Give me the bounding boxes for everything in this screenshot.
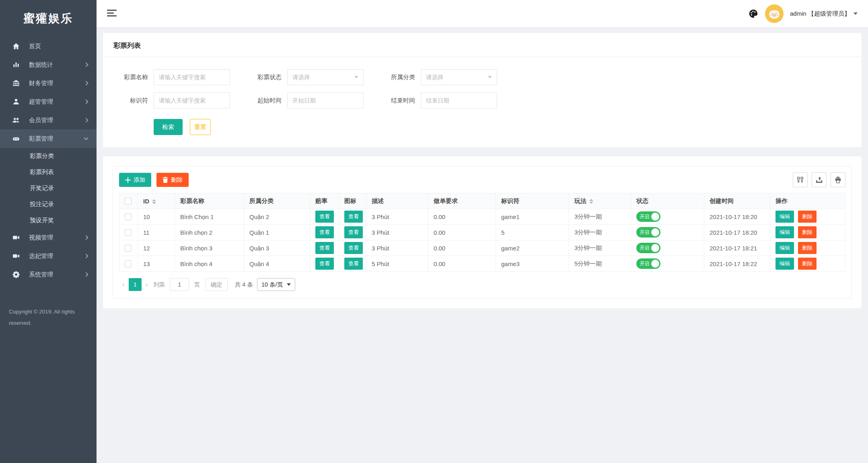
header-label: 做单要求 <box>434 197 458 204</box>
topbar-right: admin 【超级管理员】 <box>748 4 858 23</box>
header-cell-玩法[interactable]: 玩法 <box>569 193 631 209</box>
status-toggle[interactable]: 开启 <box>636 258 660 269</box>
sidebar-item-home[interactable]: 首页 <box>0 37 97 55</box>
status-toggle[interactable]: 开启 <box>636 243 660 253</box>
sidebar-subitem-lottery-category[interactable]: 彩票分类 <box>0 148 97 164</box>
sidebar-subitem-lottery-list[interactable]: 彩票列表 <box>0 164 97 180</box>
sidebar-item-concubine[interactable]: 选妃管理 <box>0 247 97 265</box>
row-play: 3分钟一期 <box>574 244 602 251</box>
current-page-button[interactable]: 1 <box>129 278 142 291</box>
row-id: 10 <box>143 213 150 220</box>
row-name: Bình chọn 3 <box>180 245 212 252</box>
sidebar-item-admins[interactable]: 超管管理 <box>0 92 97 111</box>
sidebar-item-system[interactable]: 系统管理 <box>0 265 97 284</box>
start-date-input[interactable] <box>287 92 364 109</box>
view-odds-button[interactable]: 查看 <box>315 211 334 223</box>
export-icon[interactable] <box>812 172 827 187</box>
id-cell: 13 <box>138 256 175 272</box>
video-icon <box>11 233 21 242</box>
row-created-time: 2021-10-17 18:20 <box>710 213 757 220</box>
form-buttons: 检索 重置 <box>113 119 851 135</box>
edit-button[interactable]: 编辑 <box>775 226 794 238</box>
per-page-select[interactable]: 10 条/页 <box>257 278 295 291</box>
add-button[interactable]: 添加 <box>119 173 151 187</box>
view-icon-button[interactable]: 查看 <box>344 211 363 223</box>
identifier-label: 标识符 <box>113 97 148 104</box>
row-name: Bình Chọn 1 <box>180 213 214 220</box>
row-delete-button[interactable]: 删除 <box>798 226 817 238</box>
row-delete-button[interactable]: 删除 <box>798 258 817 270</box>
header-checkbox-cell[interactable] <box>119 193 138 209</box>
confirm-page-button[interactable]: 确定 <box>206 278 228 291</box>
view-icon-button[interactable]: 查看 <box>344 242 363 254</box>
search-button[interactable]: 检索 <box>154 119 183 135</box>
search-form: 彩票名称 彩票状态 请选择 所属分类 请选择 <box>103 57 862 147</box>
gamepad-icon <box>11 134 21 143</box>
sidebar-subitem-preset-draw[interactable]: 预设开奖 <box>0 212 97 228</box>
row-checkbox[interactable] <box>125 213 132 220</box>
edit-button[interactable]: 编辑 <box>775 258 794 270</box>
header-cell-图标: 图标 <box>339 193 366 209</box>
end-date-input[interactable] <box>421 92 497 109</box>
user-icon <box>11 97 21 107</box>
identifier-input[interactable] <box>154 92 230 109</box>
goto-prefix-label: 到第 <box>153 281 165 289</box>
row-checkbox[interactable] <box>125 229 132 236</box>
sidebar-subitem-bet-records[interactable]: 投注记录 <box>0 196 97 212</box>
sort-icon[interactable] <box>589 199 593 204</box>
reset-button[interactable]: 重置 <box>190 119 211 135</box>
next-page-icon[interactable]: › <box>142 281 151 289</box>
user-menu[interactable]: admin 【超级管理员】 <box>790 10 858 18</box>
chevron-right-icon <box>84 272 88 277</box>
goto-suffix-label: 页 <box>194 281 200 289</box>
sidebar-item-stats[interactable]: 数据统计 <box>0 55 97 74</box>
row-category: Quận 1 <box>249 229 269 236</box>
row-identifier: game1 <box>501 213 520 220</box>
columns-icon[interactable] <box>793 172 808 187</box>
goto-page-input[interactable] <box>170 278 189 291</box>
row-delete-button[interactable]: 删除 <box>798 242 817 254</box>
sidebar-item-finance[interactable]: 财务管理 <box>0 74 97 92</box>
sidebar-item-lottery[interactable]: 彩票管理 <box>0 129 97 148</box>
view-odds-button[interactable]: 查看 <box>315 242 334 254</box>
row-description: 3 Phút <box>372 229 389 236</box>
sidebar-subitem-draw-records[interactable]: 开奖记录 <box>0 180 97 196</box>
select-all-checkbox[interactable] <box>125 198 132 205</box>
lottery-status-label: 彩票状态 <box>247 74 282 81</box>
lottery-name-input[interactable] <box>154 69 230 85</box>
caret-down-icon <box>854 12 858 15</box>
status-toggle[interactable]: 开启 <box>636 227 660 238</box>
header-label: 创建时间 <box>710 197 734 204</box>
view-odds-button[interactable]: 查看 <box>315 258 334 270</box>
header-label: 赔率 <box>315 197 327 204</box>
name-cell: Bình chọn 2 <box>175 225 244 240</box>
header-cell-ID[interactable]: ID <box>138 193 175 209</box>
palette-icon[interactable] <box>748 8 759 19</box>
form-row-2: 标识符 起始时间 结束时间 <box>113 92 851 109</box>
sidebar-item-members[interactable]: 会员管理 <box>0 111 97 129</box>
sort-icon[interactable] <box>152 199 156 204</box>
delete-button[interactable]: 删除 <box>156 173 189 187</box>
view-odds-button[interactable]: 查看 <box>315 226 334 238</box>
edit-button[interactable]: 编辑 <box>775 242 794 254</box>
view-icon-button[interactable]: 查看 <box>344 226 363 238</box>
sidebar-item-video[interactable]: 视频管理 <box>0 228 97 247</box>
prev-page-icon[interactable]: ‹ <box>119 281 128 289</box>
row-checkbox[interactable] <box>125 260 132 267</box>
row-delete-button[interactable]: 删除 <box>798 211 817 223</box>
lottery-status-select[interactable]: 请选择 <box>287 69 364 85</box>
status-toggle[interactable]: 开启 <box>636 211 660 222</box>
print-icon[interactable] <box>831 172 845 187</box>
chevron-right-icon <box>84 118 88 122</box>
category-select[interactable]: 请选择 <box>421 69 497 85</box>
avatar[interactable] <box>765 4 784 23</box>
row-id: 11 <box>143 229 150 236</box>
page-title: 彩票列表 <box>113 42 141 49</box>
view-icon-button[interactable]: 查看 <box>344 258 363 270</box>
header-cell-标识符: 标识符 <box>496 193 569 209</box>
row-checkbox[interactable] <box>125 245 132 252</box>
edit-button[interactable]: 编辑 <box>775 211 794 223</box>
menu-icon[interactable] <box>107 10 117 18</box>
order-cell: 0.00 <box>428 209 496 225</box>
sidebar-item-label: 财务管理 <box>29 80 84 87</box>
